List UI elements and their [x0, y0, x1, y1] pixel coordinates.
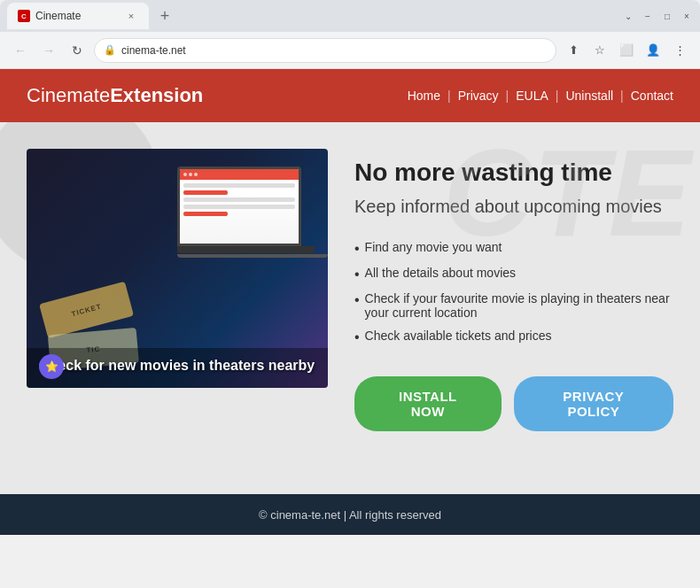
dot-2 — [189, 173, 192, 176]
site-logo: CinemateExtension — [27, 84, 203, 107]
website-content: CinemateExtension Home | Privacy | EULA … — [0, 69, 700, 535]
feature-item-2: All the details about movies — [354, 261, 673, 287]
forward-button[interactable]: → — [37, 39, 60, 62]
browser-chrome: C Cinemate × + ⌄ − □ × ← → ↻ 🔒 cinema-te… — [0, 0, 700, 535]
privacy-policy-button[interactable]: PRIVACY POLICY — [514, 376, 673, 431]
nav-uninstall[interactable]: Uninstall — [565, 89, 613, 103]
screen-row-3 — [183, 205, 295, 209]
nav-home[interactable]: Home — [408, 89, 440, 103]
feature-list: Find any movie you want All the details … — [354, 236, 673, 351]
logo-bold: Extension — [110, 84, 203, 106]
cta-buttons: INSTALL NOW PRIVACY POLICY — [354, 376, 673, 431]
laptop-screen-body — [180, 180, 299, 222]
movie-image-text: Check for new movies in theaters nearby — [39, 357, 315, 375]
new-tab-button[interactable]: + — [152, 4, 177, 28]
hero-content: No more wasting time Keep informed about… — [354, 149, 673, 431]
screen-row-1 — [183, 183, 295, 188]
tab-title: Cinemate — [35, 10, 119, 22]
hero-title: No more wasting time — [354, 158, 673, 188]
laptop-screen-bar — [180, 169, 299, 180]
maximize-button[interactable]: □ — [661, 10, 673, 22]
profile-icon[interactable]: 👤 — [642, 39, 665, 62]
feature-item-3: Check if your favourite movie is playing… — [354, 287, 673, 324]
tab-close-button[interactable]: × — [124, 9, 138, 23]
site-footer: © cinema-te.net | All rights reserved — [0, 494, 700, 535]
tab-favicon: C — [18, 10, 30, 22]
address-bar[interactable]: 🔒 cinema-te.net — [94, 38, 556, 63]
screen-row-accent — [183, 190, 228, 195]
site-header: CinemateExtension Home | Privacy | EULA … — [0, 69, 700, 122]
hero-subtitle: Keep informed about upcoming movies — [354, 195, 673, 218]
nav-privacy[interactable]: Privacy — [458, 89, 499, 103]
toolbar-icons: ⬆ ☆ ⬜ 👤 ⋮ — [562, 39, 691, 62]
feature-item-4: Check available tickets and prices — [354, 324, 673, 350]
movie-image-overlay: Check for new movies in theaters nearby — [27, 348, 328, 388]
close-button[interactable]: × — [681, 10, 693, 22]
logo-normal: Cinemate — [27, 84, 110, 106]
chevron-down-icon[interactable]: ⌄ — [622, 10, 634, 22]
address-text: cinema-te.net — [121, 44, 547, 57]
extensions-icon[interactable]: ⬜ — [615, 39, 638, 62]
hero-section: CTE — [0, 122, 700, 494]
movie-image: TICKET TIC Check for new movies in theat… — [27, 149, 328, 388]
dot-3 — [194, 173, 198, 176]
back-button[interactable]: ← — [9, 39, 32, 62]
laptop-screen-content — [180, 169, 299, 244]
install-now-button[interactable]: INSTALL NOW — [354, 376, 502, 431]
laptop-base — [177, 246, 315, 253]
screen-row-2 — [183, 197, 295, 202]
address-bar-row: ← → ↻ 🔒 cinema-te.net ⬆ ☆ ⬜ 👤 ⋮ — [0, 32, 700, 69]
menu-icon[interactable]: ⋮ — [668, 39, 691, 62]
active-tab[interactable]: C Cinemate × — [7, 3, 149, 29]
nav-divider-1: | — [447, 89, 451, 103]
tab-bar: C Cinemate × + ⌄ − □ × — [0, 0, 700, 32]
window-controls: ⌄ − □ × — [622, 10, 693, 22]
minimize-button[interactable]: − — [642, 10, 654, 22]
dot-1 — [183, 173, 187, 176]
lock-icon: 🔒 — [104, 44, 116, 56]
nav-divider-3: | — [556, 89, 559, 103]
laptop-bottom — [177, 254, 328, 258]
laptop-screen — [177, 166, 301, 246]
badge-icon: ⭐ — [39, 354, 64, 379]
footer-text: © cinema-te.net | All rights reserved — [259, 508, 441, 522]
feature-item-1: Find any movie you want — [354, 236, 673, 261]
site-nav: Home | Privacy | EULA | Uninstall | Cont… — [408, 89, 673, 103]
nav-divider-4: | — [620, 89, 624, 103]
laptop-graphic — [177, 166, 328, 282]
nav-divider-2: | — [506, 89, 509, 103]
nav-contact[interactable]: Contact — [631, 89, 673, 103]
reload-button[interactable]: ↻ — [66, 39, 89, 62]
share-icon[interactable]: ⬆ — [562, 39, 585, 62]
nav-eula[interactable]: EULA — [516, 89, 548, 103]
screen-row-accent-2 — [183, 212, 228, 216]
bookmark-icon[interactable]: ☆ — [588, 39, 611, 62]
